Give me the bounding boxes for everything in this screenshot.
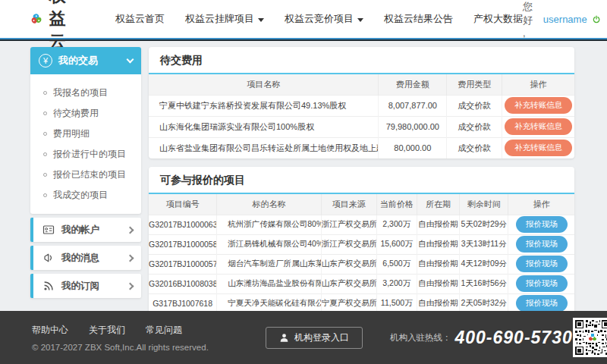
footer-left: 帮助中心 关于我们 常见问题 © 2017-2027 ZBX Soft,Inc.… [32, 324, 223, 352]
sidebar-subitem-bidding-active[interactable]: 报价进行中的项目 [43, 144, 141, 165]
fees-due-card: 待交费用 项目名称 费用金额 费用类型 操作 宁夏中铁建宁东路桥投资发展有限公司… [149, 47, 574, 158]
footer-link-faq[interactable]: 常见问题 [146, 324, 182, 337]
target-name: 烟台汽车制造厂所属山东莱阳拖... [217, 254, 321, 274]
footer-link-help[interactable]: 帮助中心 [32, 324, 68, 337]
nav-label: 权益云挂牌项目 [185, 12, 254, 26]
sidebar-trade-card: ¥ 我的交易 我报名的项目 待交纳费用 费用明细 报价进行中的项目 [30, 47, 141, 214]
phase: 自由报价期 [417, 234, 459, 254]
supplement-transfer-button[interactable]: 补充转账信息 [505, 97, 572, 114]
sidebar-item-my-messages[interactable]: 我的消息 [30, 246, 141, 270]
bidding-room-button[interactable]: 报价现场 [516, 275, 568, 292]
qr-code [573, 318, 607, 357]
menu-label: 我的帐户 [61, 224, 99, 237]
nav-item-bidding[interactable]: 权益云竞价项目 [285, 12, 363, 26]
phase: 自由报价期 [417, 254, 459, 274]
sidebar-item-my-trades[interactable]: ¥ 我的交易 [30, 47, 141, 74]
nav-item-home[interactable]: 权益云首页 [115, 12, 165, 26]
phase: 自由报价期 [417, 274, 459, 293]
sidebar-item-my-subscriptions[interactable]: 我的订阅 [30, 274, 141, 298]
sidebar: ¥ 我的交易 我报名的项目 待交纳费用 费用明细 报价进行中的项目 [30, 47, 141, 298]
col-current-price: 当前价格 [376, 194, 417, 215]
subitem-label: 费用明细 [53, 127, 90, 140]
logout-power-icon[interactable] [593, 13, 600, 26]
subitem-label: 报价进行中的项目 [53, 148, 126, 161]
auctions-header-row: 项目编号 标的名称 项目来源 当前价格 所在期 剩余时间 操作 [149, 194, 574, 215]
time-left: 4天12时09分 [459, 254, 508, 274]
sidebar-subitem-signed-up[interactable]: 我报名的项目 [43, 83, 141, 103]
fee-type: 成交价款 [447, 116, 502, 137]
greeting-text: 您好 , [523, 0, 538, 39]
sidebar-subitem-fees-due[interactable]: 待交纳费用 [43, 103, 141, 124]
project-source: 山东产权交易所 [321, 274, 376, 293]
username-link[interactable]: username [543, 14, 587, 25]
supplement-transfer-button[interactable]: 补充转账信息 [505, 118, 572, 135]
fees-table-row: 宁夏中铁建宁东路桥投资发展有限公司49.13%股权 8,007,877.00 成… [149, 95, 574, 116]
fee-project-name: 宁夏中铁建宁东路桥投资发展有限公司49.13%股权 [149, 95, 379, 116]
project-id: G32016BJ1008038 [149, 274, 217, 293]
project-source: 浙江产权交易所 [321, 215, 376, 234]
yen-circle-icon: ¥ [39, 54, 52, 67]
sidebar-subitem-bidding-ended[interactable]: 报价已结束的项目 [43, 165, 141, 185]
bidding-room-button[interactable]: 报价现场 [516, 216, 568, 233]
supplement-transfer-button[interactable]: 补充转账信息 [505, 140, 572, 156]
nav-label: 权益云竞价项目 [285, 12, 354, 26]
target-name: 杭州浙广传媒有限公司80%股权 [217, 215, 321, 234]
footer-link-about[interactable]: 关于我们 [89, 324, 125, 337]
col-fee-type: 费用类型 [447, 74, 502, 95]
sidebar-subitem-fee-details[interactable]: 费用明细 [43, 124, 141, 144]
logo-pinwheel-icon [30, 8, 42, 30]
col-target-name: 标的名称 [217, 194, 321, 215]
col-project-id: 项目编号 [149, 194, 217, 215]
subitem-label: 待交纳费用 [53, 107, 99, 120]
login-button-label: 机构登录入口 [294, 331, 349, 344]
current-price: 6,500万 [376, 254, 417, 274]
time-left: 5天02时29分 [459, 215, 508, 234]
hotline: 机构入驻热线： 400-690-5730 [390, 328, 573, 348]
sidebar-item-my-account[interactable]: 我的帐户 [30, 218, 141, 242]
auction-table-row: G32017BJ1000058 浙江易锋机械有限公司40%股权 浙江产权交易所 … [149, 234, 574, 254]
auctions-title: 可参与报价的项目 [149, 167, 574, 194]
megaphone-icon [42, 252, 55, 265]
bidding-room-button[interactable]: 报价现场 [516, 236, 568, 253]
fee-amount: 8,007,877.00 [379, 95, 447, 116]
col-fee-amount: 费用金额 [379, 74, 447, 95]
sidebar-trade-label: 我的交易 [58, 54, 98, 67]
menu-label: 我的订阅 [61, 280, 99, 293]
top-header: 权益云 权益云首页 权益云挂牌项目 权益云竞价项目 权益云结果公告 产权大数据 … [0, 0, 607, 38]
phase: 自由报价期 [417, 215, 459, 234]
sidebar-subitem-my-deals[interactable]: 我成交的项目 [43, 185, 141, 206]
col-source: 项目来源 [321, 194, 376, 215]
bullet-icon [43, 193, 47, 197]
fees-table-row: 山东省盐业集团有限公司昌乐转运处所属土地使用权及地上建筑物 80,000.00 … [149, 137, 574, 158]
nav-label: 权益云结果公告 [384, 12, 453, 26]
fee-type: 成交价款 [447, 137, 502, 158]
dropdown-caret-icon [357, 18, 363, 22]
chevron-right-icon [127, 226, 134, 234]
col-action: 操作 [508, 194, 574, 215]
nav-item-bigdata[interactable]: 产权大数据 [473, 12, 523, 26]
nav-item-listings[interactable]: 权益云挂牌项目 [185, 12, 264, 26]
fees-header-row: 项目名称 费用金额 费用类型 操作 [149, 74, 574, 95]
auctions-table: 项目编号 标的名称 项目来源 当前价格 所在期 剩余时间 操作 G32017BJ… [149, 194, 574, 313]
institution-login-button[interactable]: 机构登录入口 [266, 327, 363, 349]
logo[interactable]: 权益云 [30, 0, 79, 53]
auction-table-row: G32017BJ1000063 杭州浙广传媒有限公司80%股权 浙江产权交易所 … [149, 215, 574, 234]
auction-table-row: G32016BJ1008038 山东潍坊海晶盐业股份有限公司... 山东产权交易… [149, 274, 574, 293]
project-id: G32017BJ1000057 [149, 254, 217, 274]
bidding-room-button[interactable]: 报价现场 [516, 295, 568, 312]
footer: 帮助中心 关于我们 常见问题 © 2017-2027 ZBX Soft,Inc.… [0, 311, 607, 364]
nav-label: 权益云首页 [115, 12, 165, 26]
header-rule-dark [0, 39, 607, 41]
target-name: 浙江易锋机械有限公司40%股权 [217, 234, 321, 254]
time-left: 1天16时56分 [459, 274, 508, 293]
nav-label: 产权大数据 [473, 12, 523, 26]
footer-links: 帮助中心 关于我们 常见问题 [32, 324, 223, 337]
current-price: 15,600万 [376, 234, 417, 254]
hotline-label: 机构入驻热线： [390, 332, 451, 344]
current-price: 3,200万 [376, 274, 417, 293]
fee-type: 成交价款 [447, 95, 502, 116]
chevron-right-icon [127, 254, 134, 262]
nav-item-results[interactable]: 权益云结果公告 [384, 12, 453, 26]
auction-table-row: G32017BJ1000057 烟台汽车制造厂所属山东莱阳拖... 山东产权交易… [149, 254, 574, 274]
bidding-room-button[interactable]: 报价现场 [516, 256, 568, 272]
